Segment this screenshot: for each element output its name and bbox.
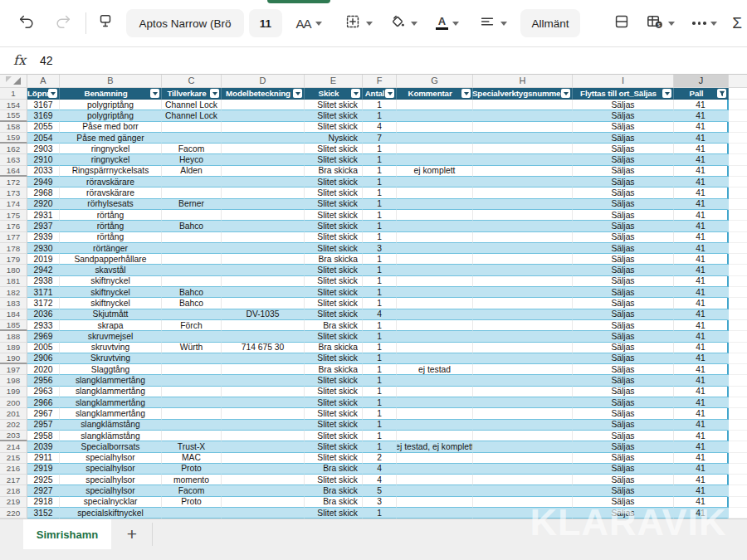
table-cell[interactable] <box>397 497 473 508</box>
table-cell[interactable]: 4 <box>363 464 397 475</box>
table-cell[interactable]: Bahco <box>162 287 222 298</box>
row-header-218[interactable]: 218 <box>0 485 27 496</box>
table-cell[interactable] <box>222 187 305 198</box>
table-cell[interactable]: 41 <box>674 431 729 441</box>
table-cell[interactable]: Säljas <box>573 485 674 496</box>
row-header-220[interactable]: 220 <box>0 508 27 519</box>
table-cell[interactable]: Säljas <box>573 254 674 265</box>
table-cell[interactable] <box>222 276 305 287</box>
row-header-189[interactable]: 189 <box>0 343 27 353</box>
table-cell[interactable] <box>397 276 473 287</box>
alignment-button[interactable] <box>473 0 511 46</box>
table-cell[interactable] <box>397 485 473 496</box>
table-cell[interactable]: Sandpapperhållare <box>60 254 162 265</box>
row-header-173[interactable]: 173 <box>0 187 27 198</box>
table-cell[interactable]: rörtänger <box>60 243 162 254</box>
table-cell[interactable]: ringnyckel <box>60 154 162 165</box>
table-cell[interactable]: Säljas <box>573 187 674 198</box>
table-cell[interactable]: Proto <box>162 497 222 508</box>
merge-cells-button[interactable] <box>608 0 635 46</box>
table-cell[interactable] <box>222 243 305 254</box>
table-cell[interactable]: 3 <box>363 243 397 254</box>
table-cell[interactable]: Säljas <box>573 464 674 475</box>
row-header-164[interactable]: 164 <box>0 166 27 177</box>
table-cell[interactable] <box>222 177 305 187</box>
table-cell[interactable]: Berner <box>162 199 222 210</box>
table-cell[interactable] <box>162 210 222 221</box>
filter-dropdown-icon[interactable] <box>210 89 219 98</box>
table-cell[interactable]: 2925 <box>27 475 60 485</box>
table-cell[interactable]: 1 <box>363 408 397 419</box>
table-cell[interactable]: Slitet skick <box>305 122 363 133</box>
table-cell[interactable]: Slitet skick <box>305 387 363 397</box>
table-cell[interactable] <box>222 154 305 165</box>
table-cell[interactable]: 2927 <box>27 485 60 496</box>
table-cell[interactable] <box>222 475 305 485</box>
table-cell[interactable] <box>473 110 573 121</box>
table-cell[interactable]: Slaggtång <box>60 364 162 375</box>
table-cell[interactable] <box>397 154 473 165</box>
table-cell[interactable] <box>473 431 573 441</box>
table-cell[interactable] <box>162 309 222 320</box>
table-cell[interactable] <box>162 353 222 364</box>
autosum-button[interactable]: Σ <box>727 0 747 46</box>
table-cell[interactable] <box>397 343 473 353</box>
table-cell[interactable]: Säljas <box>573 364 674 375</box>
table-cell[interactable]: Slitet skick <box>305 221 363 231</box>
row-header-203[interactable]: 203 <box>0 431 27 441</box>
table-cell[interactable] <box>222 453 305 464</box>
table-cell[interactable]: Säljas <box>573 408 674 419</box>
table-cell[interactable]: Slitet skick <box>305 187 363 198</box>
row-header-182[interactable]: 182 <box>0 287 27 298</box>
table-cell[interactable]: 2937 <box>27 221 60 231</box>
column-header-h[interactable]: H <box>473 74 573 87</box>
table-cell[interactable]: Säljas <box>573 298 674 309</box>
table-cell[interactable] <box>397 408 473 419</box>
table-cell[interactable] <box>162 122 222 133</box>
table-cell[interactable] <box>397 464 473 475</box>
table-cell[interactable] <box>162 177 222 187</box>
table-header-flyttas-till-ort-s-ljas[interactable]: Flyttas till ort_Säljas <box>573 88 674 100</box>
table-cell[interactable]: 41 <box>674 254 729 265</box>
table-cell[interactable]: Säljas <box>573 497 674 508</box>
fill-color-button[interactable] <box>383 0 422 46</box>
table-cell[interactable]: Bra skick <box>305 320 363 331</box>
table-cell[interactable]: 5 <box>363 485 397 496</box>
table-cell[interactable]: 41 <box>674 375 729 386</box>
table-cell[interactable] <box>473 133 573 144</box>
table-cell[interactable]: 1 <box>363 431 397 441</box>
table-cell[interactable]: 41 <box>674 232 729 243</box>
table-cell[interactable]: Säljas <box>573 441 674 452</box>
table-cell[interactable] <box>473 331 573 342</box>
table-cell[interactable]: Säljas <box>573 122 674 133</box>
table-cell[interactable] <box>473 122 573 133</box>
row-header-199[interactable]: 199 <box>0 387 27 397</box>
table-cell[interactable]: Säljas <box>573 221 674 231</box>
column-header-e[interactable]: E <box>305 74 363 87</box>
table-cell[interactable] <box>473 287 573 298</box>
table-cell[interactable] <box>473 420 573 431</box>
row-header-163[interactable]: 163 <box>0 154 27 165</box>
table-cell[interactable]: Slitet skick <box>305 431 363 441</box>
table-cell[interactable] <box>397 309 473 320</box>
table-cell[interactable]: Säljas <box>573 154 674 165</box>
table-cell[interactable] <box>162 254 222 265</box>
table-cell[interactable]: 41 <box>674 133 729 144</box>
table-cell[interactable]: Slitet skick <box>305 353 363 364</box>
table-cell[interactable]: 41 <box>674 177 729 187</box>
table-cell[interactable]: 4 <box>363 122 397 133</box>
table-cell[interactable]: Säljas <box>573 508 674 519</box>
table-cell[interactable] <box>397 397 473 408</box>
table-cell[interactable]: Förch <box>162 320 222 331</box>
table-cell[interactable]: 41 <box>674 298 729 309</box>
table-cell[interactable] <box>397 387 473 397</box>
table-cell[interactable] <box>222 254 305 265</box>
table-cell[interactable]: Bra skicka <box>305 364 363 375</box>
table-cell[interactable]: Bra skick <box>305 497 363 508</box>
table-cell[interactable]: 1 <box>363 166 397 177</box>
table-cell[interactable]: 2963 <box>27 387 60 397</box>
row-header-188[interactable]: 188 <box>0 331 27 342</box>
table-cell[interactable] <box>162 243 222 254</box>
table-cell[interactable]: 41 <box>674 453 729 464</box>
table-cell[interactable] <box>162 265 222 275</box>
